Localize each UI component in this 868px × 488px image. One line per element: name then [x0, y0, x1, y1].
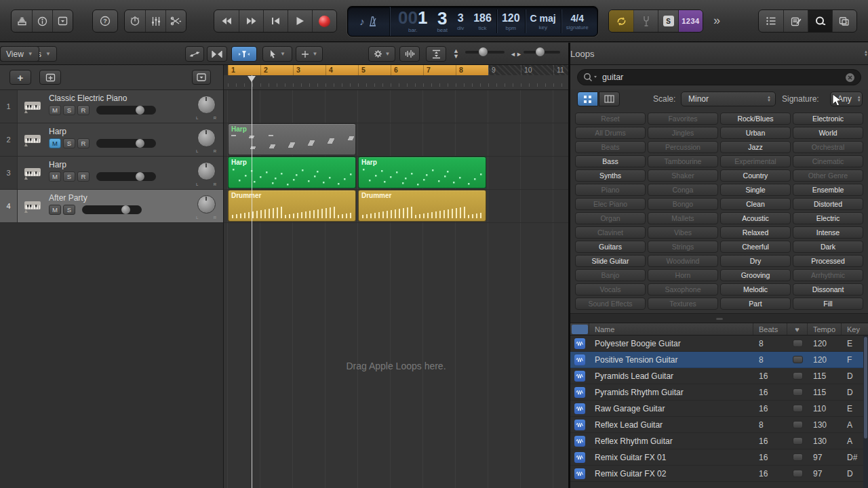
play-button[interactable]: [288, 10, 312, 32]
category-button[interactable]: Fill: [793, 298, 863, 310]
beats-column-header[interactable]: Beats: [753, 323, 787, 335]
category-button[interactable]: Other Genre: [793, 169, 863, 182]
track-header[interactable]: 4 After Party M S: [0, 190, 223, 223]
scale-dropdown[interactable]: Minor ▲▼: [681, 92, 776, 106]
ruler-bar-number[interactable]: 3: [293, 65, 326, 75]
icon-column-header[interactable]: [570, 323, 589, 335]
category-button[interactable]: Sound Effects: [575, 298, 646, 310]
loop-result-row[interactable]: Remix Guitar FX 02 16 97 D: [570, 466, 868, 482]
solo-button[interactable]: S: [658, 10, 678, 32]
category-button[interactable]: Vocals: [575, 283, 646, 296]
category-button[interactable]: Reset: [575, 113, 646, 125]
ruler-bar-number[interactable]: 9: [488, 65, 521, 75]
audio-loop-icon[interactable]: [574, 452, 585, 463]
favorite-checkbox[interactable]: [787, 372, 808, 380]
category-button[interactable]: Conga: [648, 184, 718, 196]
track-state-button[interactable]: M: [49, 105, 61, 115]
media-browser-button[interactable]: ♪: [832, 10, 856, 32]
pan-knob[interactable]: L R: [196, 129, 216, 152]
category-button[interactable]: Grooving: [720, 269, 791, 281]
track-header-options-button[interactable]: [192, 70, 211, 85]
category-button[interactable]: Mallets: [648, 212, 718, 224]
list-editors-button[interactable]: [759, 10, 783, 32]
ruler-bar-number[interactable]: 1: [228, 65, 260, 75]
track-state-button[interactable]: M: [49, 171, 61, 182]
add-track-button[interactable]: +: [9, 70, 31, 85]
loop-result-row[interactable]: Pyramids Lead Guitar 16 115 D: [570, 368, 868, 384]
menu-item[interactable]: View ▼: [0, 46, 39, 62]
category-button[interactable]: Guitars: [575, 241, 646, 253]
category-button[interactable]: Electronic: [793, 113, 863, 125]
loop-result-row[interactable]: Reflex Lead Guitar 8 130 A: [570, 417, 868, 433]
lcd-display[interactable]: ♪ 001 bar. 3 beat 3 div 186 t: [347, 6, 598, 37]
audio-loop-icon[interactable]: [574, 468, 585, 479]
track-header[interactable]: 3 Harp M S: [0, 157, 223, 190]
horizontal-zoom-thumb[interactable]: [536, 47, 545, 56]
playhead[interactable]: [252, 75, 252, 488]
results-scrollbar[interactable]: [863, 336, 868, 488]
category-button[interactable]: Relaxed: [720, 226, 791, 239]
lcd-position-field[interactable]: 001 bar.: [390, 7, 432, 36]
track-state-button[interactable]: S: [63, 205, 75, 215]
ruler-bar-number[interactable]: 8: [456, 65, 488, 75]
audio-loop-icon[interactable]: [574, 354, 585, 365]
category-button[interactable]: Arrhythmic: [793, 269, 863, 281]
track-state-button[interactable]: S: [63, 171, 75, 182]
category-button[interactable]: Bass: [575, 155, 646, 167]
audio-loop-icon[interactable]: [574, 371, 585, 382]
category-button[interactable]: Bongo: [648, 198, 718, 210]
category-button[interactable]: Organ: [575, 212, 646, 224]
flex-view-button[interactable]: [399, 46, 420, 62]
apple-loops-button[interactable]: [808, 10, 832, 32]
audio-loop-icon[interactable]: [574, 403, 585, 414]
forward-button[interactable]: [239, 10, 263, 32]
loop-result-row[interactable]: Reflex Rhythm Guitar 16 130 A: [570, 433, 868, 449]
category-button[interactable]: World: [793, 127, 863, 139]
category-button[interactable]: All Drums: [575, 127, 646, 139]
loop-result-row[interactable]: Polyester Boogie Guitar 8 120 E: [570, 336, 868, 352]
record-button[interactable]: [312, 10, 336, 32]
ruler-bar-number[interactable]: 2: [260, 65, 293, 75]
track-state-button[interactable]: M: [49, 205, 61, 215]
volume-slider[interactable]: [96, 139, 156, 148]
audio-loop-icon[interactable]: [574, 387, 585, 398]
category-button[interactable]: Horn: [648, 269, 718, 281]
category-button[interactable]: Acoustic: [720, 212, 791, 224]
go-to-beginning-button[interactable]: [263, 10, 288, 32]
region-harp[interactable]: Harp: [358, 157, 486, 188]
category-button[interactable]: Vibes: [648, 226, 718, 239]
duplicate-track-button[interactable]: [39, 70, 61, 85]
region-harp[interactable]: Harp: [228, 157, 356, 188]
lcd-mode-icons[interactable]: ♪: [348, 7, 390, 36]
track-state-button[interactable]: R: [77, 105, 90, 115]
category-button[interactable]: Favorites: [648, 113, 718, 125]
category-button[interactable]: Urban: [720, 127, 791, 139]
track-state-button[interactable]: R: [77, 138, 90, 148]
category-button[interactable]: Piano: [575, 184, 646, 196]
ruler-bar-number[interactable]: 6: [391, 65, 423, 75]
favorite-checkbox[interactable]: [787, 437, 808, 445]
volume-thumb[interactable]: [136, 106, 144, 115]
scrollbar-thumb[interactable]: [864, 337, 867, 439]
loop-result-row[interactable]: Pyramids Rhythm Guitar 16 115 D: [570, 384, 868, 401]
category-button[interactable]: Synths: [575, 169, 646, 182]
category-button[interactable]: Melodic: [720, 283, 791, 296]
favorite-checkbox[interactable]: [787, 340, 808, 347]
category-button[interactable]: Tambourine: [648, 155, 718, 167]
ruler-bar-number[interactable]: 7: [423, 65, 456, 75]
category-button[interactable]: Experimental: [720, 155, 791, 167]
category-button[interactable]: Dissonant: [793, 283, 863, 296]
snap-menu[interactable]: ▼: [368, 46, 395, 62]
audio-loop-icon[interactable]: [574, 420, 585, 430]
pan-knob[interactable]: L R: [196, 96, 216, 119]
favorite-checkbox[interactable]: [787, 421, 808, 428]
flex-button[interactable]: [207, 46, 227, 62]
track-state-button[interactable]: S: [63, 105, 75, 115]
track-header[interactable]: 1 Classic Electric Piano M: [0, 90, 223, 123]
horizontal-zoom-slider[interactable]: [524, 51, 560, 54]
category-button[interactable]: Distorted: [793, 198, 863, 210]
browser-resize-divider[interactable]: [570, 313, 868, 323]
playhead-marker-icon[interactable]: [248, 76, 256, 82]
loops-panel-header[interactable]: Loops ▲▼: [570, 43, 868, 65]
audio-loop-icon[interactable]: [574, 338, 585, 349]
